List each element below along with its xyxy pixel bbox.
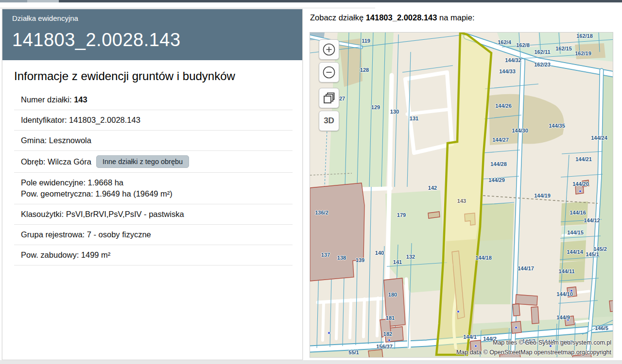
view-3d-label: 3D (324, 116, 334, 126)
map-title-parcel-id: 141803_2.0028.143 (366, 13, 437, 22)
zoom-out-icon (322, 65, 336, 80)
layers-button[interactable] (319, 88, 339, 108)
zoom-in-button[interactable] (319, 39, 339, 60)
info-heading: Informacje z ewidencji gruntów i budynkó… (14, 69, 302, 83)
info-row: Obręb: Wilcza GóraInne działki z tego ob… (14, 151, 293, 173)
parcel-card-header: Działka ewidencyjna 141803_2.0028.143 (2, 9, 302, 60)
info-label: Pow. zabudowy: (21, 250, 81, 259)
attribution-osm[interactable]: Map data © OpenStreetMap openstreetmap.o… (456, 348, 611, 357)
info-line: Identyfikator: 141803_2.0028.143 (21, 115, 293, 126)
info-row: Pole ewidencyjne: 1.9668 haPow. geometry… (14, 173, 293, 204)
info-label: Numer działki: (21, 95, 74, 104)
info-value: 143 (74, 95, 87, 104)
parcel-card-body: Informacje z ewidencji gruntów i budynkó… (2, 69, 302, 265)
info-line: Obręb: Wilcza GóraInne działki z tego ob… (21, 155, 293, 168)
map-section-title: Zobacz działkę 141803_2.0028.143 na mapi… (310, 13, 475, 22)
layers-icon (322, 91, 336, 105)
view-3d-button[interactable]: 3D (319, 111, 339, 131)
info-row: Klasoużytki: PsVI,BrRVI,PsV,PsIV - pastw… (14, 204, 293, 225)
info-line: Klasoużytki: PsVI,BrRVI,PsV,PsIV - pastw… (21, 209, 293, 220)
info-line: Pole ewidencyjne: 1.9668 ha (21, 177, 293, 188)
attribution-tiles[interactable]: Map tiles © Geo-System geo-system.com.pl (456, 338, 611, 347)
info-value: Lesznowola (49, 136, 91, 145)
info-label: Klasoużytki: (21, 210, 66, 218)
info-value: 141803_2.0028.143 (69, 116, 140, 124)
info-row: Pow. zabudowy: 1499 m² (14, 245, 293, 265)
info-label: Pole ewidencyjne: (21, 178, 88, 187)
parcel-info-card: Działka ewidencyjna 141803_2.0028.143 In… (2, 9, 303, 360)
zoom-in-icon (322, 42, 336, 57)
info-value: PsVI,BrRVI,PsV,PsIV - pastwiska (66, 210, 184, 218)
map-title-suffix: na mapie: (437, 13, 474, 22)
info-line: Pow. geometryczna: 1.9649 ha (19649 m²) (21, 188, 293, 199)
map-attribution: Map tiles © Geo-System geo-system.com.pl… (456, 338, 611, 357)
top-chrome-strip (0, 0, 622, 2)
info-label: Grupa rejestrowa: (21, 230, 87, 239)
info-value: 1.9668 ha (88, 178, 123, 187)
bottom-strip (0, 360, 622, 364)
map-controls: 3D (319, 39, 339, 131)
info-line: Gmina: Lesznowola (21, 135, 293, 146)
info-line: Pow. zabudowy: 1499 m² (21, 249, 293, 261)
other-parcels-button[interactable]: Inne działki z tego obrębu (96, 155, 189, 168)
info-value: 1499 m² (81, 250, 111, 259)
chrome-segment (59, 0, 622, 2)
map-title-prefix: Zobacz działkę (310, 13, 366, 22)
parcel-id-title: 141803_2.0028.143 (12, 30, 293, 50)
info-label: Gmina: (21, 136, 49, 145)
info-label: Pow. geometryczna: (21, 189, 95, 198)
info-list: Numer działki: 143Identyfikator: 141803_… (14, 90, 293, 265)
map[interactable]: 11912827129130131142179136/2137138139140… (310, 32, 613, 358)
info-value: 1.9649 ha (19649 m²) (95, 189, 173, 198)
chrome-segment (0, 0, 27, 2)
info-label: Obręb: (21, 157, 48, 166)
chrome-segment (27, 0, 59, 2)
info-row: Grupa rejestrowa: 7 - osoby fizyczne (14, 225, 293, 245)
info-row: Identyfikator: 141803_2.0028.143 (14, 110, 293, 131)
info-row: Gmina: Lesznowola (14, 131, 293, 151)
chrome-divider (0, 8, 375, 8)
info-value: Wilcza Góra (48, 157, 91, 166)
info-line: Grupa rejestrowa: 7 - osoby fizyczne (21, 229, 293, 240)
card-header-label: Działka ewidencyjna (12, 14, 293, 22)
map-canvas (310, 33, 613, 358)
zoom-out-button[interactable] (319, 62, 339, 83)
info-label: Identyfikator: (21, 116, 69, 124)
info-value: 7 - osoby fizyczne (87, 230, 151, 239)
info-row: Numer działki: 143 (14, 90, 293, 110)
info-line: Numer działki: 143 (21, 94, 293, 105)
